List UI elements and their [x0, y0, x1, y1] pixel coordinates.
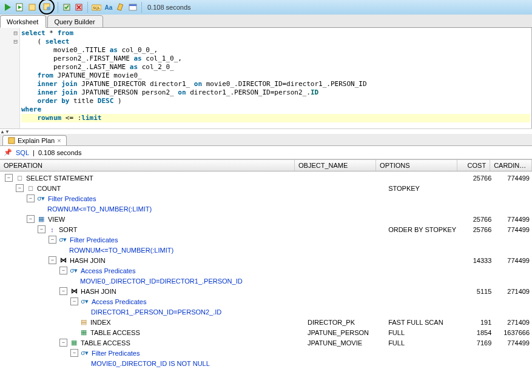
- sql-code[interactable]: select * from ( select movie0_.TITLE as …: [20, 28, 532, 128]
- result-tabs: Explain Plan ×: [0, 134, 532, 146]
- sigma-icon: σ▾: [81, 297, 89, 305]
- svg-rect-13: [8, 138, 15, 144]
- sql-history-button[interactable]: SQL: [91, 2, 102, 13]
- sort-icon: ↕: [48, 226, 56, 233]
- table-icon: ▦: [70, 339, 78, 347]
- collapse-icon[interactable]: −: [27, 215, 35, 223]
- tab-worksheet[interactable]: Worksheet: [0, 15, 46, 28]
- svg-marker-0: [5, 4, 11, 11]
- collapse-icon[interactable]: −: [49, 256, 56, 264]
- rollback-button[interactable]: [73, 2, 84, 13]
- sigma-icon: σ▾: [59, 236, 67, 244]
- toolbar-separator: [58, 2, 58, 13]
- autotrace-button-highlighted[interactable]: [39, 0, 55, 15]
- col-object-name[interactable]: OBJECT_NAME: [295, 160, 376, 171]
- editor-tabs: Worksheet Query Builder: [0, 15, 532, 28]
- plan-row[interactable]: ▤INDEX DIRECTOR_PKFAST FULL SCAN19127140…: [2, 317, 532, 327]
- collapse-icon[interactable]: −: [59, 287, 67, 295]
- plan-row[interactable]: −◻COUNT STOPKEY: [2, 183, 532, 193]
- collapse-icon[interactable]: −: [49, 236, 56, 244]
- to-upper-button[interactable]: Aa: [103, 2, 114, 13]
- sigma-icon: σ▾: [37, 194, 45, 202]
- plan-row[interactable]: −⋈HASH JOIN 14333774499: [2, 255, 532, 265]
- join-icon: ⋈: [70, 287, 78, 295]
- pin-icon[interactable]: 📌: [4, 148, 12, 156]
- separator: |: [33, 149, 35, 156]
- collapse-icon[interactable]: −: [70, 349, 78, 357]
- svg-rect-12: [129, 4, 136, 6]
- plan-row-predicate[interactable]: −σ▾Filter Predicates: [2, 348, 532, 358]
- plan-row[interactable]: −↕SORT ORDER BY STOPKEY25766774499: [2, 224, 532, 234]
- collapse-icon[interactable]: −: [38, 225, 45, 233]
- close-icon[interactable]: ×: [57, 137, 61, 144]
- plan-row[interactable]: −▦VIEW 25766774499: [2, 214, 532, 224]
- plan-row-predicate[interactable]: −σ▾Filter Predicates: [2, 234, 532, 245]
- plan-row-predicate-detail[interactable]: DIRECTOR1_.PERSON_ID=PERSON2_.ID: [2, 307, 532, 317]
- plan-row[interactable]: ▦TABLE ACCESS JPATUNE_PERSONFULL18541637…: [2, 327, 532, 337]
- fold-gutter: ⊟ ⊟: [0, 28, 20, 128]
- collapse-icon[interactable]: −: [5, 174, 13, 182]
- plan-row-predicate[interactable]: −σ▾Access Predicates: [2, 265, 532, 276]
- plan-row[interactable]: −◻SELECT STATEMENT 25766774499: [2, 173, 532, 183]
- plan-row-predicate[interactable]: −σ▾Access Predicates: [2, 296, 532, 307]
- svg-rect-3: [29, 4, 35, 10]
- plan-row-predicate[interactable]: −σ▾Filter Predicates: [2, 193, 532, 204]
- plan-row-predicate-detail[interactable]: MOVIE0_.DIRECTOR_ID IS NOT NULL: [2, 358, 532, 368]
- run-button[interactable]: [2, 2, 13, 13]
- plan-row-predicate-detail[interactable]: ROWNUM<=TO_NUMBER(:LIMIT): [2, 245, 532, 255]
- run-script-button[interactable]: [15, 2, 25, 13]
- result-tab-label: Explain Plan: [18, 137, 55, 144]
- plan-grid-header: OPERATION OBJECT_NAME OPTIONS COST CARDI…: [0, 159, 532, 171]
- statement-icon: ◻: [15, 174, 24, 182]
- splitter[interactable]: ▲▼: [0, 129, 532, 134]
- tab-explain-plan[interactable]: Explain Plan ×: [2, 135, 67, 145]
- tab-query-builder[interactable]: Query Builder: [47, 15, 103, 28]
- collapse-icon[interactable]: −: [59, 267, 67, 274]
- toolbar: SQL Aa 0.108 seconds: [0, 0, 532, 15]
- count-icon: ◻: [26, 184, 35, 192]
- book-icon: [8, 137, 15, 144]
- result-toolbar: 📌 SQL | 0.108 seconds: [0, 146, 532, 159]
- toolbar-separator: [87, 2, 88, 13]
- svg-point-5: [47, 7, 50, 10]
- explain-plan-button[interactable]: [27, 2, 38, 13]
- view-icon: ▦: [37, 215, 45, 223]
- result-timing: 0.108 seconds: [38, 149, 82, 156]
- sql-link[interactable]: SQL: [16, 149, 29, 156]
- explain-plan-tree[interactable]: −◻SELECT STATEMENT 25766774499 −◻COUNT S…: [0, 171, 532, 373]
- svg-text:SQL: SQL: [93, 6, 101, 10]
- join-icon: ⋈: [59, 256, 67, 264]
- sigma-icon: σ▾: [70, 267, 78, 274]
- plan-row-predicate-detail[interactable]: ROWNUM<=TO_NUMBER(:LIMIT): [2, 204, 532, 214]
- collapse-icon[interactable]: −: [59, 339, 67, 347]
- collapse-icon[interactable]: −: [16, 184, 24, 192]
- collapse-icon[interactable]: −: [70, 297, 78, 305]
- collapse-icon[interactable]: −: [27, 194, 35, 202]
- toolbar-separator: [141, 2, 142, 13]
- col-cost[interactable]: COST: [457, 160, 490, 171]
- clear-button[interactable]: [115, 2, 126, 13]
- col-options[interactable]: OPTIONS: [376, 160, 457, 171]
- execution-time: 0.108 seconds: [147, 4, 191, 11]
- plan-row[interactable]: −⋈HASH JOIN 5115271409: [2, 286, 532, 296]
- svg-rect-10: [118, 4, 123, 10]
- plan-row[interactable]: −▦TABLE ACCESS JPATUNE_MOVIEFULL71697744…: [2, 337, 532, 348]
- plan-row-predicate-detail[interactable]: MOVIE0_.DIRECTOR_ID=DIRECTOR1_.PERSON_ID: [2, 276, 532, 286]
- sigma-icon: σ▾: [81, 349, 89, 357]
- sql-editor[interactable]: ⊟ ⊟ select * from ( select movie0_.TITLE…: [0, 28, 532, 129]
- commit-button[interactable]: [61, 2, 72, 13]
- index-icon: ▤: [79, 318, 88, 326]
- autotrace-button[interactable]: [41, 1, 52, 12]
- schedule-button[interactable]: [127, 2, 138, 13]
- col-operation[interactable]: OPERATION: [0, 160, 295, 171]
- table-icon: ▦: [79, 328, 88, 336]
- col-cardinality[interactable]: CARDINALITY: [490, 160, 532, 171]
